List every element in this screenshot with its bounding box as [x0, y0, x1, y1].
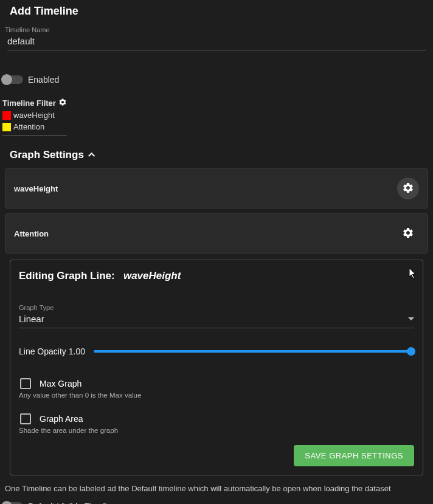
default-timeline-info: One Timeline can be labeled ad the Defau…: [2, 478, 431, 495]
graph-type-label: Graph Type: [19, 304, 414, 311]
filter-item-name: Attention: [13, 122, 44, 131]
timeline-name-input[interactable]: [7, 33, 426, 50]
line-opacity-label: Line Opacity 1.00: [19, 347, 85, 356]
max-graph-checkbox[interactable]: [20, 378, 31, 389]
color-swatch-red: [2, 111, 11, 120]
enabled-toggle[interactable]: [2, 75, 23, 84]
timeline-filter-label: Timeline Filter: [2, 98, 56, 108]
save-graph-settings-button[interactable]: Save Graph Settings: [294, 445, 414, 466]
divider: [2, 135, 67, 136]
graph-settings-toggle[interactable]: Graph Settings: [2, 147, 431, 164]
graph-type-select[interactable]: Linear: [19, 312, 414, 328]
filter-item[interactable]: waveHeight: [2, 111, 431, 120]
graph-line-settings-button[interactable]: [397, 223, 419, 244]
timeline-name-label: Timeline Name: [5, 26, 428, 33]
page-title: Add Timeline: [2, 0, 431, 26]
graph-settings-label: Graph Settings: [10, 149, 84, 161]
filter-item[interactable]: Attention: [2, 122, 431, 131]
color-swatch-yellow: [2, 123, 11, 131]
graph-line-name: Attention: [14, 229, 49, 238]
graph-line-name: waveHeight: [14, 184, 58, 193]
chevron-up-icon: [88, 153, 95, 159]
editing-panel: Editing Graph Line: waveHeight Graph Typ…: [10, 260, 423, 475]
graph-type-value: Linear: [19, 314, 44, 324]
max-graph-helper: Any value other than 0 is the Max value: [19, 392, 414, 399]
toggle-thumb: [1, 501, 12, 504]
graph-area-helper: Shade the area under the graph: [19, 427, 414, 434]
filter-item-name: waveHeight: [13, 111, 55, 120]
gear-icon: [402, 182, 414, 196]
enabled-label: Enabled: [28, 75, 59, 85]
caret-down-icon: [408, 317, 414, 320]
graph-line-item[interactable]: waveHeight: [5, 168, 428, 209]
max-graph-label: Max Graph: [40, 379, 81, 388]
graph-line-settings-button[interactable]: [397, 178, 419, 199]
editing-label: Editing Graph Line:: [19, 270, 115, 281]
gear-icon: [402, 227, 414, 241]
default-visible-label: Default Visible Timeline: [28, 502, 116, 504]
editing-title: Editing Graph Line: waveHeight: [19, 270, 414, 282]
graph-area-checkbox[interactable]: [20, 413, 31, 424]
editing-line-name: waveHeight: [123, 270, 181, 281]
gear-icon[interactable]: [58, 98, 67, 108]
toggle-thumb: [1, 74, 12, 85]
slider-thumb[interactable]: [407, 347, 415, 356]
graph-area-label: Graph Area: [40, 414, 83, 424]
line-opacity-slider[interactable]: [94, 350, 414, 353]
graph-line-item[interactable]: Attention: [5, 213, 428, 254]
